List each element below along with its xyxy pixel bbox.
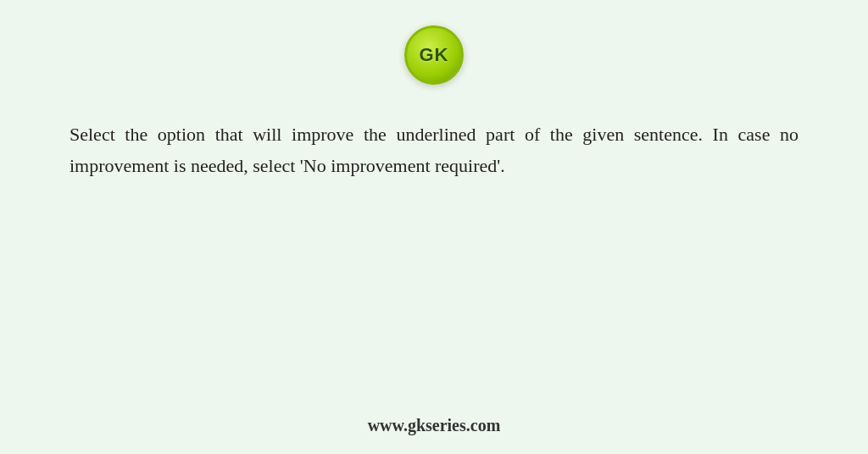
page-wrapper: GK Select the option that will improve t… bbox=[0, 0, 868, 454]
footer: www.gkseries.com bbox=[0, 416, 868, 435]
logo-text: GK bbox=[420, 44, 449, 66]
footer-url: www.gkseries.com bbox=[368, 416, 501, 435]
logo-container: GK bbox=[404, 25, 464, 85]
logo-circle: GK bbox=[404, 25, 464, 85]
question-text: Select the option that will improve the … bbox=[70, 119, 798, 182]
